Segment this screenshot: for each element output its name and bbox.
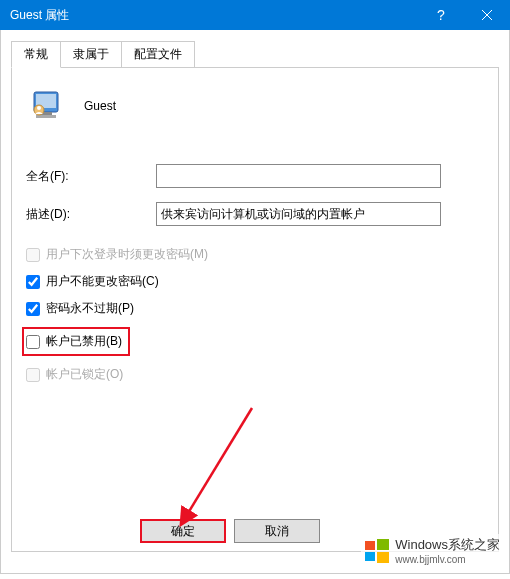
tab-memberof[interactable]: 隶属于 [60, 41, 122, 68]
windows-logo-icon [363, 537, 391, 565]
titlebar: Guest 属性 ? [0, 0, 510, 30]
ok-button[interactable]: 确定 [140, 519, 226, 543]
watermark: Windows系统之家 www.bjjmlv.com [361, 534, 502, 567]
account-disabled-checkbox[interactable] [26, 335, 40, 349]
never-expire-row[interactable]: 密码永不过期(P) [26, 300, 484, 317]
watermark-url: www.bjjmlv.com [395, 554, 500, 565]
watermark-title: Windows系统之家 [395, 537, 500, 552]
help-icon: ? [437, 7, 445, 23]
watermark-text-block: Windows系统之家 www.bjjmlv.com [395, 536, 500, 565]
never-expire-label: 密码永不过期(P) [46, 300, 134, 317]
checkbox-group: 用户下次登录时须更改密码(M) 用户不能更改密码(C) 密码永不过期(P) 帐户… [26, 246, 484, 383]
tab-profile[interactable]: 配置文件 [121, 41, 195, 68]
account-disabled-highlight: 帐户已禁用(B) [22, 327, 130, 356]
window-title: Guest 属性 [10, 7, 418, 24]
account-locked-checkbox [26, 368, 40, 382]
user-icon [28, 88, 64, 124]
cancel-button[interactable]: 取消 [234, 519, 320, 543]
close-icon [481, 9, 493, 21]
tab-content: Guest 全名(F): 描述(D): 用户下次登录时须更改密码(M) 用户不能… [11, 67, 499, 552]
user-header: Guest [26, 88, 484, 124]
tab-general[interactable]: 常规 [11, 41, 61, 68]
tabs: 常规 隶属于 配置文件 [11, 41, 499, 68]
account-locked-label: 帐户已锁定(O) [46, 366, 123, 383]
help-button[interactable]: ? [418, 0, 464, 30]
cannot-change-password-checkbox[interactable] [26, 275, 40, 289]
svg-rect-13 [377, 552, 389, 563]
user-name: Guest [84, 99, 116, 113]
fullname-label: 全名(F): [26, 168, 156, 185]
description-row: 描述(D): [26, 202, 484, 226]
dialog-body: 常规 隶属于 配置文件 Guest 全名(F): 描述(D): [0, 30, 510, 574]
fullname-row: 全名(F): [26, 164, 484, 188]
annotation-arrow [162, 398, 282, 538]
account-disabled-row[interactable]: 帐户已禁用(B) [26, 333, 122, 350]
account-locked-row: 帐户已锁定(O) [26, 366, 484, 383]
must-change-password-label: 用户下次登录时须更改密码(M) [46, 246, 208, 263]
svg-rect-12 [365, 552, 375, 561]
account-disabled-label: 帐户已禁用(B) [46, 333, 122, 350]
never-expire-checkbox[interactable] [26, 302, 40, 316]
must-change-password-row: 用户下次登录时须更改密码(M) [26, 246, 484, 263]
must-change-password-checkbox [26, 248, 40, 262]
cannot-change-password-row[interactable]: 用户不能更改密码(C) [26, 273, 484, 290]
svg-rect-10 [365, 541, 375, 550]
description-label: 描述(D): [26, 206, 156, 223]
svg-rect-11 [377, 539, 389, 550]
description-input[interactable] [156, 202, 441, 226]
close-button[interactable] [464, 0, 510, 30]
cannot-change-password-label: 用户不能更改密码(C) [46, 273, 159, 290]
fullname-input[interactable] [156, 164, 441, 188]
svg-point-7 [37, 106, 41, 110]
svg-line-9 [182, 408, 252, 523]
